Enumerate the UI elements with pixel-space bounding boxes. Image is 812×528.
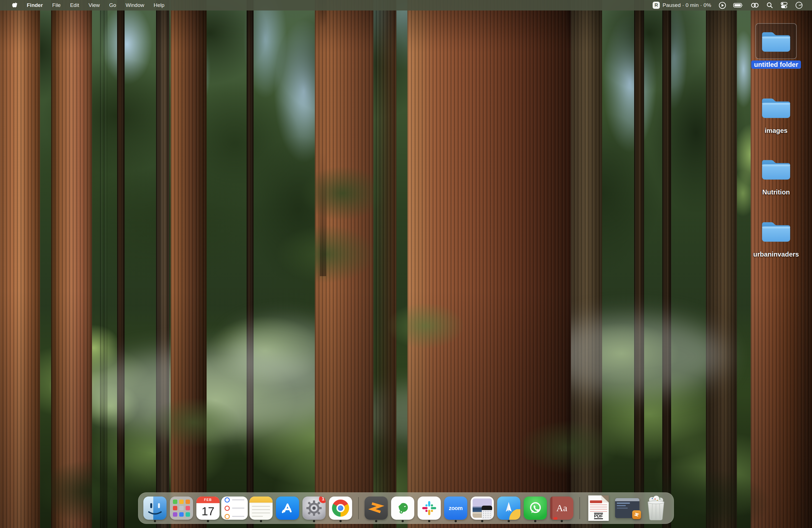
preview-icon xyxy=(470,497,494,520)
apple-icon xyxy=(12,2,17,8)
dock-trash[interactable] xyxy=(642,493,670,524)
menu-go[interactable]: Go xyxy=(104,2,121,8)
dock-separator xyxy=(575,493,584,524)
wallpaper-trunk-redwood xyxy=(51,0,92,528)
dock-reminders[interactable] xyxy=(221,493,248,524)
folder-label: untitled folder xyxy=(751,60,801,69)
menu-window[interactable]: Window xyxy=(121,2,149,8)
calendar-month: FEB xyxy=(197,497,220,503)
dock-dictionary[interactable]: Aa xyxy=(549,493,575,524)
evernote-icon xyxy=(391,497,414,520)
reminders-icon xyxy=(221,497,248,520)
menu-help[interactable]: Help xyxy=(149,2,169,8)
dock-calendar[interactable]: FEB 17 xyxy=(195,493,221,524)
pdf-document-icon: PDF xyxy=(588,495,609,521)
dock-zoom[interactable]: zoom xyxy=(443,493,469,524)
wallpaper-trunk xyxy=(662,0,671,528)
running-indicator xyxy=(339,520,342,522)
folder-label: Nutrition xyxy=(762,188,790,196)
wallpaper-trunk xyxy=(634,0,644,528)
running-indicator xyxy=(561,520,563,522)
sublime-badge-icon xyxy=(632,510,641,519)
menu-file[interactable]: File xyxy=(47,2,66,8)
folder-label: urbaninvaders xyxy=(753,250,799,258)
folder-icon xyxy=(755,23,797,59)
time-tracker-status[interactable]: R Paused · 0 min · 0% xyxy=(649,2,715,9)
sublime-text-icon xyxy=(365,497,388,520)
clock-icon[interactable] xyxy=(792,1,807,9)
tracker-status-text: Paused · 0 min · 0% xyxy=(663,2,711,8)
folder-label: images xyxy=(765,127,788,134)
wallpaper-trunk xyxy=(117,0,125,528)
finder-icon xyxy=(143,497,166,520)
menu-view[interactable]: View xyxy=(84,2,104,8)
control-center-icon[interactable] xyxy=(777,2,792,9)
dictionary-icon: Aa xyxy=(550,497,574,520)
play-circle-icon[interactable] xyxy=(715,2,730,9)
dock-notes[interactable] xyxy=(248,493,274,524)
dock-chrome[interactable] xyxy=(327,493,354,524)
battery-icon[interactable] xyxy=(730,2,747,8)
dock-app-store[interactable] xyxy=(274,493,301,524)
running-indicator xyxy=(428,520,430,522)
dock-preview[interactable] xyxy=(469,493,495,524)
system-settings-icon: 1 xyxy=(302,497,325,520)
wallpaper-trunk xyxy=(156,0,169,528)
dock-system-settings[interactable]: 1 xyxy=(301,493,327,524)
running-indicator xyxy=(154,520,156,522)
sublime-window-icon xyxy=(615,498,639,518)
dock-sublime-text[interactable] xyxy=(363,493,389,524)
running-indicator xyxy=(313,520,315,522)
calendar-day: 17 xyxy=(197,503,220,520)
pdf-label: PDF xyxy=(594,513,603,519)
wallpaper xyxy=(0,0,812,528)
menu-finder[interactable]: Finder xyxy=(22,2,47,8)
dock-whatsapp[interactable] xyxy=(522,493,549,524)
dock-separator xyxy=(354,493,363,524)
whatsapp-icon xyxy=(524,497,547,520)
dock-launchpad[interactable] xyxy=(168,493,195,524)
dock-slack[interactable] xyxy=(416,493,443,524)
folder-icon xyxy=(755,213,797,249)
dictionary-label: Aa xyxy=(556,503,567,513)
desktop-folder-urbaninvaders[interactable]: urbaninvaders xyxy=(754,213,798,258)
desktop-folder-untitled[interactable]: untitled folder xyxy=(754,23,798,69)
app-store-icon xyxy=(276,497,299,520)
wallpaper-trunk xyxy=(171,0,207,528)
running-indicator xyxy=(454,520,457,522)
zoom-label: zoom xyxy=(449,505,463,511)
folder-icon xyxy=(755,151,797,187)
menu-bar: Finder File Edit View Go Window Help R P… xyxy=(0,0,812,11)
dock-finder[interactable] xyxy=(142,493,168,524)
running-indicator xyxy=(481,520,483,522)
dock-spark[interactable] xyxy=(495,493,522,524)
search-icon[interactable] xyxy=(763,2,777,9)
wallpaper-trunk-redwood xyxy=(315,0,396,528)
dock: FEB 17 xyxy=(138,493,674,524)
chrome-icon xyxy=(329,497,352,520)
dock-pdf-document[interactable]: PDF xyxy=(584,493,613,524)
zoom-icon: zoom xyxy=(444,497,467,520)
running-indicator xyxy=(402,520,404,522)
menu-edit[interactable]: Edit xyxy=(66,2,84,8)
wallpaper-trunk-mossy xyxy=(706,0,737,528)
wallpaper-trunk-mossy xyxy=(567,0,602,528)
notes-icon xyxy=(249,497,273,520)
dock-sublime-window[interactable] xyxy=(613,493,642,524)
wallpaper-trunk-redwood xyxy=(0,0,40,528)
slack-icon xyxy=(418,497,441,520)
desktop-folder-nutrition[interactable]: Nutrition xyxy=(754,151,798,196)
wallpaper-trunk xyxy=(247,0,253,528)
dock-evernote[interactable] xyxy=(389,493,416,524)
running-indicator xyxy=(260,520,262,522)
folder-icon xyxy=(755,89,797,126)
desktop-folder-images[interactable]: images xyxy=(754,89,798,134)
link-icon[interactable] xyxy=(747,2,763,8)
running-indicator xyxy=(508,520,510,522)
running-indicator xyxy=(375,520,377,522)
menu-bar-left: Finder File Edit View Go Window Help xyxy=(0,2,169,8)
apple-menu[interactable] xyxy=(7,2,22,8)
desktop-screen: Finder File Edit View Go Window Help R P… xyxy=(0,0,812,528)
launchpad-icon xyxy=(170,497,193,520)
spark-icon xyxy=(497,497,520,520)
